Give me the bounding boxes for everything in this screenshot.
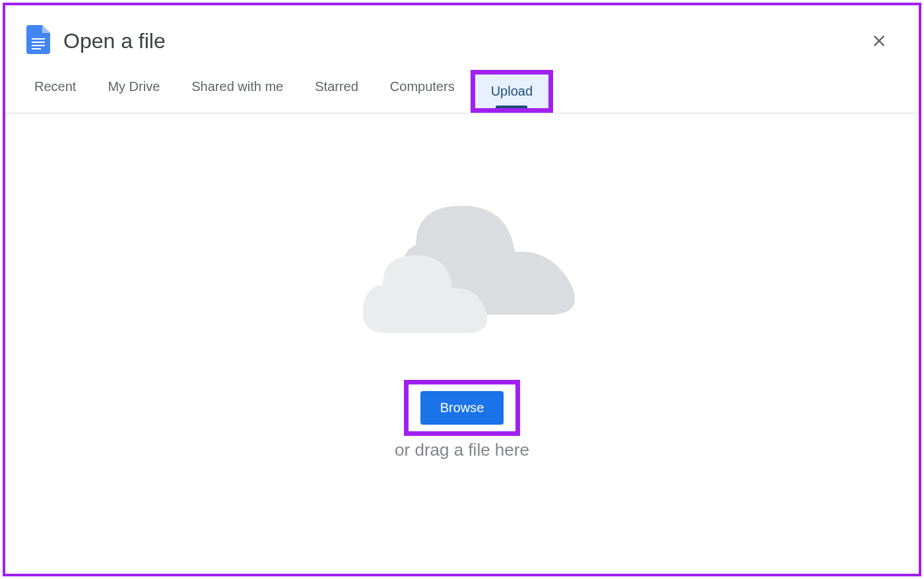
docs-icon [26, 25, 63, 57]
cloud-icon [337, 199, 587, 380]
highlight-browse-button: Browse [404, 380, 521, 436]
highlight-upload-tab: Upload [471, 70, 553, 113]
dialog-container: Open a file Recent My Drive Shared with … [3, 3, 921, 576]
drag-hint-text: or drag a file here [395, 440, 529, 460]
tab-starred[interactable]: Starred [299, 70, 374, 113]
dialog-header: Open a file [5, 5, 919, 70]
dialog-title: Open a file [63, 29, 166, 53]
tabs-bar: Recent My Drive Shared with me Starred C… [5, 70, 919, 113]
svg-rect-1 [32, 42, 45, 43]
tab-my-drive[interactable]: My Drive [92, 70, 176, 113]
svg-rect-3 [32, 48, 41, 49]
browse-button[interactable]: Browse [420, 391, 504, 425]
tab-computers[interactable]: Computers [374, 70, 471, 113]
tab-upload[interactable]: Upload [475, 75, 548, 108]
tab-shared-with-me[interactable]: Shared with me [176, 70, 299, 113]
svg-rect-0 [32, 38, 45, 40]
close-button[interactable] [866, 29, 892, 55]
tab-recent[interactable]: Recent [18, 70, 92, 113]
upload-content: Browse or drag a file here [5, 113, 919, 460]
svg-rect-2 [32, 45, 45, 46]
close-icon [870, 32, 888, 53]
